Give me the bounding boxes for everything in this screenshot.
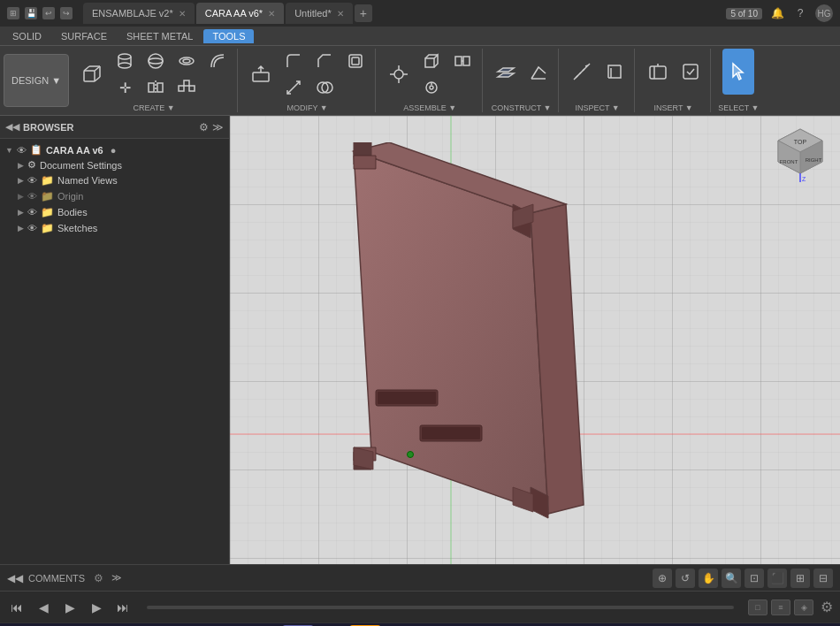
folder-icon: 📁 bbox=[41, 174, 54, 187]
eye-icon[interactable]: 👁 bbox=[27, 191, 37, 202]
animation-settings-icon[interactable]: ⚙ bbox=[821, 599, 833, 615]
orbit-icon[interactable]: ↺ bbox=[676, 569, 695, 588]
tree-item-doc-settings[interactable]: ▶ ⚙ Document Settings bbox=[0, 157, 229, 172]
go-start-button[interactable]: ⏮ bbox=[7, 598, 27, 617]
tree-item-origin[interactable]: ▶ 👁 📁 Origin bbox=[0, 188, 229, 204]
design-button[interactable]: DESIGN ▼ bbox=[4, 54, 69, 107]
inspect-section-analysis[interactable] bbox=[600, 59, 629, 84]
svg-line-40 bbox=[585, 65, 588, 66]
modify-chamfer-tool[interactable] bbox=[310, 49, 339, 73]
bottom-expand-icon[interactable]: ≫ bbox=[111, 572, 122, 584]
help-icon[interactable]: ? bbox=[792, 5, 808, 21]
create-pipe-tool[interactable] bbox=[203, 49, 232, 73]
modify-fillet-tool[interactable] bbox=[279, 49, 308, 73]
create-extrude-tool[interactable] bbox=[76, 51, 108, 97]
taskbar: ⊞ ○ ⧉ 🛍 T F 🌐 🔊 📶 12:39 1/04/2021 ESP 🔔 bbox=[0, 622, 840, 626]
display-mode-icon[interactable]: ⬛ bbox=[767, 569, 787, 588]
collapse-icon[interactable]: ◀◀ bbox=[5, 121, 19, 133]
assemble-rigid-group[interactable] bbox=[448, 49, 477, 73]
browser-expand-icon[interactable]: ≫ bbox=[212, 121, 224, 134]
tab-cara[interactable]: CARA AA v6* ✕ bbox=[196, 3, 284, 24]
browser-settings-icon[interactable]: ⚙ bbox=[199, 121, 209, 134]
new-tab-button[interactable]: + bbox=[355, 4, 372, 22]
create-torus-tool[interactable] bbox=[172, 49, 201, 73]
expand-icon: ▶ bbox=[18, 192, 24, 201]
svg-line-38 bbox=[579, 73, 581, 74]
construct-plane-angle[interactable] bbox=[524, 59, 553, 84]
close-icon[interactable]: ✕ bbox=[337, 9, 344, 19]
svg-line-5 bbox=[95, 77, 100, 81]
assemble-drive-joint[interactable] bbox=[417, 75, 446, 100]
close-icon[interactable]: ✕ bbox=[268, 9, 275, 19]
svg-point-10 bbox=[149, 54, 163, 68]
app-grid-icon[interactable]: ⊞ bbox=[7, 7, 19, 19]
insert-label: INSERT ▼ bbox=[654, 103, 693, 112]
next-frame-button[interactable]: ▶ bbox=[87, 598, 106, 617]
modify-scale-tool[interactable] bbox=[279, 75, 308, 100]
root-label: CARA AA v6 bbox=[46, 145, 103, 156]
tab-untitled[interactable]: Untitled* ✕ bbox=[286, 3, 353, 24]
browser-title: BROWSER bbox=[23, 122, 195, 133]
create-sphere-tool[interactable] bbox=[141, 49, 170, 73]
insert-canvas-tool[interactable] bbox=[676, 59, 705, 84]
go-end-button[interactable]: ⏭ bbox=[113, 598, 133, 617]
folder-icon: 📁 bbox=[41, 222, 54, 234]
timeline[interactable] bbox=[147, 606, 734, 609]
tree-item-bodies[interactable]: ▶ 👁 📁 Bodies bbox=[0, 204, 229, 220]
frame-controls: □ ≡ ◈ bbox=[748, 599, 813, 615]
eye-icon[interactable]: 👁 bbox=[27, 223, 37, 233]
create-mirror-tool[interactable] bbox=[141, 75, 170, 100]
insert-svg-tool[interactable] bbox=[642, 49, 674, 95]
title-icons: ⊞ 💾 ↩ ↪ bbox=[7, 7, 73, 19]
modify-shell-tool[interactable] bbox=[341, 49, 370, 73]
construct-offset-plane[interactable] bbox=[490, 49, 522, 95]
tab-tools[interactable]: TOOLS bbox=[203, 29, 254, 43]
eye-icon[interactable]: 👁 bbox=[27, 207, 37, 218]
pan-icon[interactable]: ✋ bbox=[699, 569, 718, 588]
select-tool[interactable] bbox=[722, 49, 754, 95]
frame-icon-1[interactable]: □ bbox=[748, 599, 767, 615]
tree-root-item[interactable]: ▼ 👁 📋 CARA AA v6 ● bbox=[0, 142, 229, 157]
comments-settings-icon[interactable]: ⚙ bbox=[90, 570, 106, 586]
save-icon[interactable]: 💾 bbox=[25, 7, 37, 19]
eye-icon[interactable]: 👁 bbox=[27, 175, 37, 186]
tree-item-sketches[interactable]: ▶ 👁 📁 Sketches bbox=[0, 220, 229, 236]
assemble-joint-tool[interactable] bbox=[383, 51, 415, 97]
fit-view-icon[interactable]: ⊡ bbox=[745, 569, 764, 588]
nav-cube[interactable]: TOP RIGHT FRONT Z bbox=[769, 125, 831, 187]
eye-icon[interactable]: 👁 bbox=[17, 145, 27, 156]
visible-icon[interactable]: ● bbox=[111, 145, 117, 156]
assemble-new-component[interactable] bbox=[417, 49, 446, 73]
modify-press-pull-tool[interactable] bbox=[245, 51, 277, 97]
browser-header: ◀◀ BROWSER ⚙ ≫ bbox=[0, 116, 229, 139]
create-pattern-tool[interactable] bbox=[172, 75, 201, 100]
notifications-icon[interactable]: 🔔 bbox=[769, 5, 785, 21]
design-label: DESIGN ▼ bbox=[11, 75, 61, 86]
tab-surface[interactable]: SURFACE bbox=[52, 29, 116, 43]
inspect-measure-tool[interactable] bbox=[566, 49, 598, 95]
move-view-icon[interactable]: ⊕ bbox=[653, 569, 672, 588]
tree-item-named-views[interactable]: ▶ 👁 📁 Named Views bbox=[0, 172, 229, 188]
zoom-icon[interactable]: 🔍 bbox=[722, 569, 741, 588]
bottom-collapse-icon[interactable]: ◀◀ bbox=[7, 572, 23, 584]
frame-icon-3[interactable]: ◈ bbox=[794, 599, 813, 615]
redo-icon[interactable]: ↪ bbox=[60, 7, 73, 19]
item-label: Document Settings bbox=[40, 160, 122, 171]
create-move-tool[interactable]: ✛ bbox=[111, 75, 139, 100]
viewport[interactable]: TOP RIGHT FRONT Z bbox=[230, 116, 840, 564]
tab-solid[interactable]: SOLID bbox=[4, 29, 50, 43]
prev-frame-button[interactable]: ◀ bbox=[34, 598, 53, 617]
undo-icon[interactable]: ↩ bbox=[42, 7, 55, 19]
visual-style-icon[interactable]: ⊟ bbox=[813, 569, 833, 588]
modify-combine-tool[interactable] bbox=[310, 75, 339, 100]
construct-label: CONSTRUCT ▼ bbox=[492, 103, 552, 112]
tab-ensamblaje[interactable]: ENSAMBLAJE v2* ✕ bbox=[83, 3, 195, 24]
play-button[interactable]: ▶ bbox=[60, 598, 80, 617]
create-cylinder-tool[interactable] bbox=[111, 49, 139, 73]
user-avatar[interactable]: HG bbox=[815, 4, 833, 22]
close-icon[interactable]: ✕ bbox=[179, 9, 186, 19]
3d-model[interactable] bbox=[274, 142, 734, 564]
tab-sheet-metal[interactable]: SHEET METAL bbox=[118, 29, 202, 43]
frame-icon-2[interactable]: ≡ bbox=[771, 599, 790, 615]
grid-display-icon[interactable]: ⊞ bbox=[790, 569, 810, 588]
